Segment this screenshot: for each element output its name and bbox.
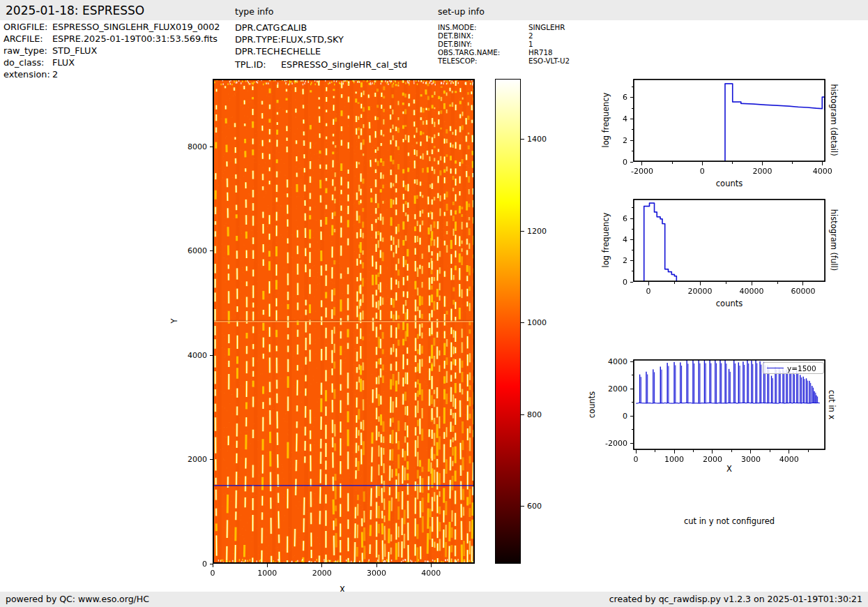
- tick-label: 3000: [730, 455, 772, 464]
- tick-label: 20000: [679, 287, 721, 296]
- tick-mark: [702, 162, 703, 165]
- tick-mark: [822, 162, 823, 165]
- tick-label: 2000: [301, 569, 343, 578]
- tick-mark: [632, 429, 634, 430]
- tick-label: 2000: [593, 384, 627, 394]
- tick-mark: [630, 282, 634, 283]
- tick-mark: [630, 361, 634, 362]
- tick-label: 1400: [527, 135, 547, 144]
- tick-mark: [693, 450, 694, 452]
- tick-label: 6: [593, 214, 627, 223]
- tick-mark: [630, 140, 634, 141]
- tick-label: 1000: [246, 569, 288, 578]
- tick-mark: [641, 162, 642, 165]
- tick-label: 2: [593, 256, 627, 265]
- tick-mark: [210, 355, 213, 356]
- tick-mark: [802, 282, 803, 285]
- tick-mark: [210, 564, 213, 564]
- tick-mark: [210, 250, 213, 251]
- tick-label: 1200: [527, 227, 547, 236]
- tick-mark: [632, 129, 634, 130]
- tick-label: 0: [681, 167, 723, 176]
- tick-label: 6: [593, 93, 627, 102]
- tick-mark: [732, 162, 733, 164]
- figure-area: Y X log frequency counts histogram (deta…: [0, 0, 868, 607]
- tick-label: 2000: [741, 167, 783, 176]
- tick-label: -2000: [621, 167, 663, 176]
- tick-label: 600: [527, 502, 542, 511]
- tick-mark: [376, 564, 377, 567]
- tick-mark: [521, 231, 524, 232]
- tick-mark: [321, 564, 322, 567]
- tick-mark: [777, 282, 778, 284]
- tick-label: 4000: [410, 569, 452, 578]
- tick-mark: [431, 564, 432, 567]
- tick-label: -2000: [593, 439, 627, 448]
- tick-mark: [632, 402, 634, 403]
- tick-mark: [762, 162, 763, 165]
- tick-label: 0: [593, 412, 627, 421]
- tick-label: 4000: [172, 351, 207, 360]
- tick-mark: [630, 239, 634, 240]
- tick-mark: [632, 151, 634, 151]
- tick-mark: [632, 207, 634, 208]
- cut-x-axis-label: X: [726, 464, 732, 474]
- tick-mark: [210, 459, 213, 460]
- tick-label: 2000: [692, 455, 733, 464]
- tick-mark: [630, 260, 634, 261]
- tick-mark: [630, 119, 634, 119]
- tick-label: 1000: [527, 318, 547, 327]
- tick-mark: [521, 322, 524, 323]
- tick-label: 4000: [802, 167, 844, 176]
- tick-label: 0: [593, 278, 627, 287]
- tick-mark: [630, 97, 634, 98]
- tick-mark: [632, 271, 634, 271]
- tick-mark: [210, 147, 213, 147]
- tick-label: 0: [172, 560, 207, 569]
- tick-mark: [674, 282, 675, 284]
- tick-label: 4000: [768, 455, 810, 464]
- tick-mark: [726, 282, 726, 284]
- cut-side-label: cut in x: [827, 390, 837, 420]
- tick-mark: [630, 389, 634, 389]
- tick-mark: [521, 506, 524, 507]
- tick-label: 4: [593, 114, 627, 123]
- tick-label: 8000: [172, 142, 207, 151]
- tick-mark: [630, 162, 634, 163]
- tick-mark: [648, 282, 649, 285]
- tick-mark: [808, 450, 809, 452]
- tick-label: 40000: [731, 287, 772, 296]
- tick-label: 2000: [172, 455, 207, 464]
- hist-detail-side-label: histogram (detail): [829, 84, 839, 156]
- tick-mark: [632, 87, 634, 87]
- tick-mark: [712, 450, 713, 454]
- tick-label: 3000: [356, 569, 397, 578]
- tick-label: 0: [615, 455, 657, 464]
- tick-label: 0: [627, 287, 669, 296]
- tick-label: 60000: [782, 287, 824, 296]
- cut-legend: y=1500: [763, 362, 824, 374]
- footer-left-text: powered by QC: www.eso.org/HC: [6, 594, 149, 604]
- tick-mark: [789, 450, 789, 454]
- legend-line-sample: [767, 368, 784, 368]
- tick-mark: [632, 375, 634, 375]
- tick-label: 1000: [653, 455, 695, 464]
- histogram-detail-canvas: [633, 79, 825, 162]
- tick-mark: [674, 450, 675, 454]
- raw-image-canvas: [213, 79, 475, 564]
- tick-mark: [632, 250, 634, 250]
- tick-mark: [752, 282, 752, 285]
- tick-mark: [521, 139, 524, 140]
- tick-mark: [267, 564, 268, 567]
- tick-mark: [655, 450, 655, 452]
- footer-right-text: created by qc_rawdisp.py v1.2.3 on 2025-…: [609, 594, 862, 604]
- tick-mark: [636, 450, 637, 454]
- tick-mark: [521, 414, 524, 415]
- qc-report-page: 2025-01-18: ESPRESSO type info set-up in…: [0, 0, 868, 607]
- legend-label: y=1500: [787, 364, 816, 373]
- histogram-full-canvas: [633, 199, 825, 282]
- hist-full-side-label: histogram (full): [829, 209, 839, 271]
- tick-label: 4: [593, 235, 627, 244]
- tick-label: 0: [192, 569, 234, 578]
- tick-label: 0: [593, 158, 627, 167]
